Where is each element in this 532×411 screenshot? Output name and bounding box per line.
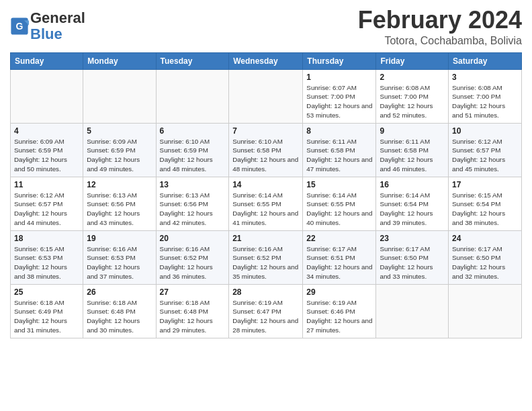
location-subtitle: Totora, Cochabamba, Bolivia	[358, 35, 522, 47]
weekday-header-row: SundayMondayTuesdayWednesdayThursdayFrid…	[11, 52, 522, 69]
day-number: 22	[306, 234, 372, 243]
calendar-cell: 16Sunrise: 6:14 AMSunset: 6:54 PMDayligh…	[376, 177, 449, 230]
day-info: Sunrise: 6:10 AMSunset: 6:59 PMDaylight:…	[160, 137, 226, 174]
week-row-2: 4Sunrise: 6:09 AMSunset: 6:59 PMDaylight…	[11, 123, 522, 177]
calendar-cell: 9Sunrise: 6:11 AMSunset: 6:58 PMDaylight…	[376, 123, 449, 177]
calendar-cell: 29Sunrise: 6:19 AMSunset: 6:46 PMDayligh…	[303, 284, 376, 338]
weekday-header-thursday: Thursday	[303, 52, 376, 69]
day-number: 3	[452, 73, 518, 82]
day-number: 23	[380, 234, 445, 243]
calendar-cell: 23Sunrise: 6:17 AMSunset: 6:50 PMDayligh…	[376, 230, 449, 284]
day-info: Sunrise: 6:15 AMSunset: 6:54 PMDaylight:…	[452, 191, 518, 228]
day-number: 17	[452, 180, 518, 189]
day-info: Sunrise: 6:09 AMSunset: 6:59 PMDaylight:…	[14, 137, 79, 174]
calendar-cell: 7Sunrise: 6:10 AMSunset: 6:58 PMDaylight…	[229, 123, 303, 177]
svg-text:G: G	[16, 21, 24, 32]
week-row-1: 1Sunrise: 6:07 AMSunset: 7:00 PMDaylight…	[11, 69, 522, 123]
calendar-cell: 14Sunrise: 6:14 AMSunset: 6:55 PMDayligh…	[229, 177, 303, 230]
logo-icon: G	[10, 17, 29, 36]
calendar-table: SundayMondayTuesdayWednesdayThursdayFrid…	[10, 52, 522, 338]
day-number: 15	[306, 180, 372, 189]
day-info: Sunrise: 6:08 AMSunset: 7:00 PMDaylight:…	[452, 83, 518, 120]
day-number: 12	[87, 180, 152, 189]
calendar-cell: 13Sunrise: 6:13 AMSunset: 6:56 PMDayligh…	[156, 177, 229, 230]
day-info: Sunrise: 6:14 AMSunset: 6:55 PMDaylight:…	[232, 191, 299, 228]
day-number: 7	[232, 126, 299, 136]
calendar-cell: 19Sunrise: 6:16 AMSunset: 6:53 PMDayligh…	[83, 230, 156, 284]
day-info: Sunrise: 6:11 AMSunset: 6:58 PMDaylight:…	[306, 137, 372, 174]
day-number: 20	[160, 234, 226, 243]
day-info: Sunrise: 6:16 AMSunset: 6:52 PMDaylight:…	[232, 244, 299, 281]
day-number: 10	[452, 126, 518, 136]
day-number: 29	[306, 287, 372, 297]
day-info: Sunrise: 6:18 AMSunset: 6:48 PMDaylight:…	[160, 298, 226, 335]
weekday-header-friday: Friday	[376, 52, 449, 69]
weekday-header-monday: Monday	[83, 52, 156, 69]
calendar-cell	[156, 69, 229, 123]
day-info: Sunrise: 6:18 AMSunset: 6:48 PMDaylight:…	[87, 298, 152, 335]
day-number: 9	[380, 126, 445, 136]
day-number: 27	[160, 287, 226, 297]
day-info: Sunrise: 6:18 AMSunset: 6:49 PMDaylight:…	[14, 298, 79, 335]
calendar-cell: 1Sunrise: 6:07 AMSunset: 7:00 PMDaylight…	[303, 69, 376, 123]
day-info: Sunrise: 6:19 AMSunset: 6:46 PMDaylight:…	[306, 298, 372, 335]
calendar-cell: 11Sunrise: 6:12 AMSunset: 6:57 PMDayligh…	[11, 177, 83, 230]
day-number: 11	[14, 180, 79, 189]
day-info: Sunrise: 6:17 AMSunset: 6:51 PMDaylight:…	[306, 244, 372, 281]
page-header: G General Blue February 2024 Totora, Coc…	[10, 7, 522, 47]
day-info: Sunrise: 6:10 AMSunset: 6:58 PMDaylight:…	[232, 137, 299, 174]
calendar-cell: 24Sunrise: 6:17 AMSunset: 6:50 PMDayligh…	[449, 230, 522, 284]
weekday-header-tuesday: Tuesday	[156, 52, 229, 69]
day-number: 13	[160, 180, 226, 189]
calendar-cell: 22Sunrise: 6:17 AMSunset: 6:51 PMDayligh…	[303, 230, 376, 284]
calendar-cell	[83, 69, 156, 123]
calendar-cell: 2Sunrise: 6:08 AMSunset: 7:00 PMDaylight…	[376, 69, 449, 123]
calendar-cell	[449, 284, 522, 338]
day-number: 4	[14, 126, 79, 136]
day-number: 8	[306, 126, 372, 136]
calendar-cell	[229, 69, 303, 123]
day-number: 6	[160, 126, 226, 136]
day-info: Sunrise: 6:13 AMSunset: 6:56 PMDaylight:…	[87, 191, 152, 228]
day-number: 2	[380, 73, 445, 82]
calendar-cell: 25Sunrise: 6:18 AMSunset: 6:49 PMDayligh…	[11, 284, 83, 338]
calendar-cell	[11, 69, 83, 123]
day-info: Sunrise: 6:14 AMSunset: 6:54 PMDaylight:…	[380, 191, 445, 228]
main-container: G General Blue February 2024 Totora, Coc…	[0, 0, 532, 342]
day-info: Sunrise: 6:14 AMSunset: 6:55 PMDaylight:…	[306, 191, 372, 228]
day-info: Sunrise: 6:13 AMSunset: 6:56 PMDaylight:…	[160, 191, 226, 228]
day-info: Sunrise: 6:09 AMSunset: 6:59 PMDaylight:…	[87, 137, 152, 174]
calendar-cell: 26Sunrise: 6:18 AMSunset: 6:48 PMDayligh…	[83, 284, 156, 338]
day-info: Sunrise: 6:16 AMSunset: 6:52 PMDaylight:…	[160, 244, 226, 281]
calendar-cell: 18Sunrise: 6:15 AMSunset: 6:53 PMDayligh…	[11, 230, 83, 284]
day-number: 21	[232, 234, 299, 243]
day-info: Sunrise: 6:12 AMSunset: 6:57 PMDaylight:…	[452, 137, 518, 174]
calendar-cell: 6Sunrise: 6:10 AMSunset: 6:59 PMDaylight…	[156, 123, 229, 177]
day-number: 28	[232, 287, 299, 297]
calendar-cell: 5Sunrise: 6:09 AMSunset: 6:59 PMDaylight…	[83, 123, 156, 177]
day-info: Sunrise: 6:11 AMSunset: 6:58 PMDaylight:…	[380, 137, 445, 174]
week-row-3: 11Sunrise: 6:12 AMSunset: 6:57 PMDayligh…	[11, 177, 522, 230]
calendar-cell: 21Sunrise: 6:16 AMSunset: 6:52 PMDayligh…	[229, 230, 303, 284]
day-number: 14	[232, 180, 299, 189]
calendar-cell: 12Sunrise: 6:13 AMSunset: 6:56 PMDayligh…	[83, 177, 156, 230]
month-year-title: February 2024	[358, 7, 522, 34]
calendar-cell: 20Sunrise: 6:16 AMSunset: 6:52 PMDayligh…	[156, 230, 229, 284]
day-info: Sunrise: 6:17 AMSunset: 6:50 PMDaylight:…	[380, 244, 445, 281]
calendar-cell: 3Sunrise: 6:08 AMSunset: 7:00 PMDaylight…	[449, 69, 522, 123]
calendar-cell: 15Sunrise: 6:14 AMSunset: 6:55 PMDayligh…	[303, 177, 376, 230]
logo-blue: Blue	[30, 26, 62, 42]
weekday-header-sunday: Sunday	[11, 52, 83, 69]
weekday-header-wednesday: Wednesday	[229, 52, 303, 69]
day-info: Sunrise: 6:15 AMSunset: 6:53 PMDaylight:…	[14, 244, 79, 281]
day-info: Sunrise: 6:08 AMSunset: 7:00 PMDaylight:…	[380, 83, 445, 120]
calendar-cell	[376, 284, 449, 338]
calendar-cell: 27Sunrise: 6:18 AMSunset: 6:48 PMDayligh…	[156, 284, 229, 338]
calendar-cell: 17Sunrise: 6:15 AMSunset: 6:54 PMDayligh…	[449, 177, 522, 230]
day-info: Sunrise: 6:12 AMSunset: 6:57 PMDaylight:…	[14, 191, 79, 228]
week-row-5: 25Sunrise: 6:18 AMSunset: 6:49 PMDayligh…	[11, 284, 522, 338]
day-number: 16	[380, 180, 445, 189]
day-info: Sunrise: 6:19 AMSunset: 6:47 PMDaylight:…	[232, 298, 299, 335]
week-row-4: 18Sunrise: 6:15 AMSunset: 6:53 PMDayligh…	[11, 230, 522, 284]
day-info: Sunrise: 6:16 AMSunset: 6:53 PMDaylight:…	[87, 244, 152, 281]
